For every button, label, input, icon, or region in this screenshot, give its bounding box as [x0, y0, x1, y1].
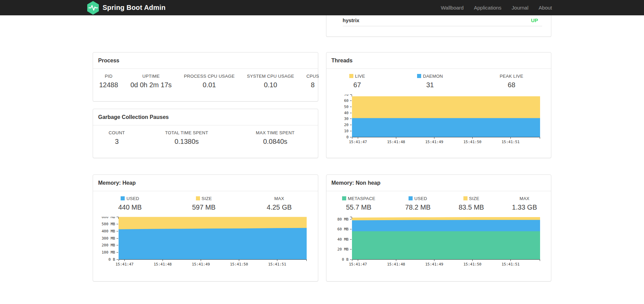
- svg-text:15:41:49: 15:41:49: [192, 262, 210, 267]
- svg-text:15:41:51: 15:41:51: [502, 262, 520, 267]
- metric-label: SIZE: [173, 196, 235, 201]
- legend-swatch-icon: [409, 196, 413, 200]
- metric-used: USED440 MB: [93, 195, 167, 212]
- metric-label: PROCESS CPU USAGE: [184, 74, 235, 79]
- svg-text:15:41:50: 15:41:50: [230, 262, 248, 267]
- gc-metrics: COUNT3TOTAL TIME SPENT0.1380sMAX TIME SP…: [93, 130, 318, 146]
- metric-daemon: DAEMON31: [388, 73, 472, 90]
- metric-label: COUNT: [99, 130, 134, 135]
- svg-text:15:41:50: 15:41:50: [463, 262, 481, 267]
- svg-text:15:41:51: 15:41:51: [502, 140, 520, 144]
- threads-panel-title: Threads: [326, 52, 551, 69]
- memory-heap-panel: Memory: Heap USED440 MBSIZE597 MBMAX4.25…: [93, 174, 318, 282]
- application-status-badge: UP: [531, 17, 538, 23]
- metric-value: 0.1380s: [147, 138, 227, 146]
- svg-text:0 B: 0 B: [342, 257, 349, 262]
- metric-label: SIZE: [451, 196, 492, 201]
- metric-used: USED78.2 MB: [391, 195, 445, 212]
- svg-text:80 MB: 80 MB: [337, 217, 348, 222]
- svg-text:400 MB: 400 MB: [102, 229, 115, 233]
- svg-text:20: 20: [344, 123, 348, 127]
- metric-value: 0.01: [184, 81, 235, 89]
- svg-text:30: 30: [344, 117, 348, 121]
- metric-label: METASPACE: [333, 196, 385, 201]
- application-row-divider: [343, 26, 542, 26]
- details-row-1: Process PID12488UPTIME0d 0h 2m 17sPROCES…: [93, 52, 551, 158]
- metric-value: 31: [394, 81, 466, 89]
- legend-swatch-icon: [463, 196, 467, 200]
- metric-label: USED: [397, 196, 439, 201]
- metric-label: MAX: [247, 196, 312, 201]
- metric-peak-live: PEAK LIVE68: [472, 73, 551, 90]
- svg-text:60: 60: [344, 98, 348, 103]
- svg-text:50: 50: [344, 105, 348, 109]
- nav-item-applications[interactable]: Applications: [469, 0, 507, 15]
- metric-value: 78.2 MB: [397, 203, 439, 211]
- svg-text:300 MB: 300 MB: [102, 236, 115, 241]
- legend-swatch-icon: [349, 74, 353, 78]
- svg-text:15:41:51: 15:41:51: [268, 262, 286, 267]
- svg-text:0 B: 0 B: [108, 257, 115, 262]
- metric-value: 83.5 MB: [451, 203, 492, 211]
- nav-item-journal[interactable]: Journal: [507, 0, 534, 15]
- gc-panel-title: Garbage Collection Pauses: [93, 109, 318, 125]
- metric-metaspace: METASPACE55.7 MB: [326, 195, 391, 212]
- brand-title: Spring Boot Admin: [103, 4, 166, 12]
- gc-panel: Garbage Collection Pauses COUNT3TOTAL TI…: [93, 109, 318, 158]
- metric-label: MAX: [504, 196, 545, 201]
- svg-text:70: 70: [344, 94, 348, 97]
- metric-label: LIVE: [333, 74, 382, 79]
- process-metrics: PID12488UPTIME0d 0h 2m 17sPROCESS CPU US…: [93, 73, 325, 90]
- navbar-container: Spring Boot Admin Wallboard Applications…: [87, 0, 557, 15]
- metric-label: UPTIME: [131, 74, 172, 79]
- nav-item-wallboard[interactable]: Wallboard: [436, 0, 469, 15]
- svg-text:15:41:48: 15:41:48: [154, 262, 172, 267]
- metric-uptime: UPTIME0d 0h 2m 17s: [124, 73, 178, 90]
- metric-max: MAX1.33 GB: [498, 195, 551, 212]
- svg-text:100 MB: 100 MB: [102, 250, 115, 255]
- threads-metrics: LIVE67DAEMON31PEAK LIVE68: [326, 73, 551, 90]
- metric-value: 12488: [99, 81, 118, 89]
- memory-heap-panel-title: Memory: Heap: [93, 175, 318, 191]
- applications-panel: hystrix UP: [326, 15, 552, 37]
- applications-row: hystrix UP: [93, 15, 551, 37]
- memory-nonheap-chart: 0 B20 MB40 MB60 MB80 MB15:41:4715:41:481…: [332, 217, 546, 268]
- svg-text:40 MB: 40 MB: [337, 237, 348, 242]
- metric-live: LIVE67: [326, 73, 388, 90]
- legend-swatch-icon: [121, 196, 125, 200]
- applications-row-left-spacer: [93, 15, 318, 37]
- metric-value: 1.33 GB: [504, 203, 545, 211]
- application-list-item-hystrix[interactable]: hystrix UP: [326, 15, 551, 23]
- nav-links: Wallboard Applications Journal About: [436, 0, 557, 15]
- svg-text:20 MB: 20 MB: [337, 247, 348, 252]
- details-row-2: Memory: Heap USED440 MBSIZE597 MBMAX4.25…: [93, 174, 551, 282]
- metric-count: COUNT3: [93, 130, 140, 146]
- metric-label: PEAK LIVE: [478, 74, 545, 79]
- threads-chart: 01020304050607015:41:4715:41:4815:41:491…: [332, 94, 546, 146]
- threads-panel: Threads LIVE67DAEMON31PEAK LIVE68 010203…: [326, 52, 552, 158]
- metric-max: MAX4.25 GB: [241, 195, 318, 212]
- metric-size: SIZE597 MB: [167, 195, 241, 212]
- nav-item-about[interactable]: About: [534, 0, 557, 15]
- metric-label: MAX TIME SPENT: [239, 130, 312, 135]
- metric-value: 440 MB: [99, 203, 161, 211]
- brand[interactable]: Spring Boot Admin: [87, 1, 166, 15]
- metric-value: 4.25 GB: [247, 203, 312, 211]
- metric-value: 597 MB: [173, 203, 235, 211]
- metric-label: USED: [99, 196, 161, 201]
- main-content: hystrix UP Process PID12488UPTIME0d 0h 2…: [93, 0, 551, 282]
- metric-value: 3: [99, 138, 134, 146]
- metric-label: TOTAL TIME SPENT: [147, 130, 227, 135]
- legend-swatch-icon: [342, 196, 346, 200]
- application-name[interactable]: hystrix: [343, 17, 359, 23]
- svg-text:15:41:49: 15:41:49: [425, 140, 443, 144]
- svg-text:0: 0: [346, 135, 349, 139]
- metric-cpus: CPUS8: [300, 73, 325, 90]
- legend-swatch-icon: [196, 196, 200, 200]
- process-panel: Process PID12488UPTIME0d 0h 2m 17sPROCES…: [93, 52, 318, 102]
- metric-system-cpu-usage: SYSTEM CPU USAGE0.10: [241, 73, 300, 90]
- svg-text:600 MB: 600 MB: [102, 217, 115, 219]
- svg-text:15:41:47: 15:41:47: [349, 262, 367, 267]
- memory-nonheap-panel-title: Memory: Non heap: [326, 175, 551, 191]
- svg-text:60 MB: 60 MB: [337, 227, 348, 231]
